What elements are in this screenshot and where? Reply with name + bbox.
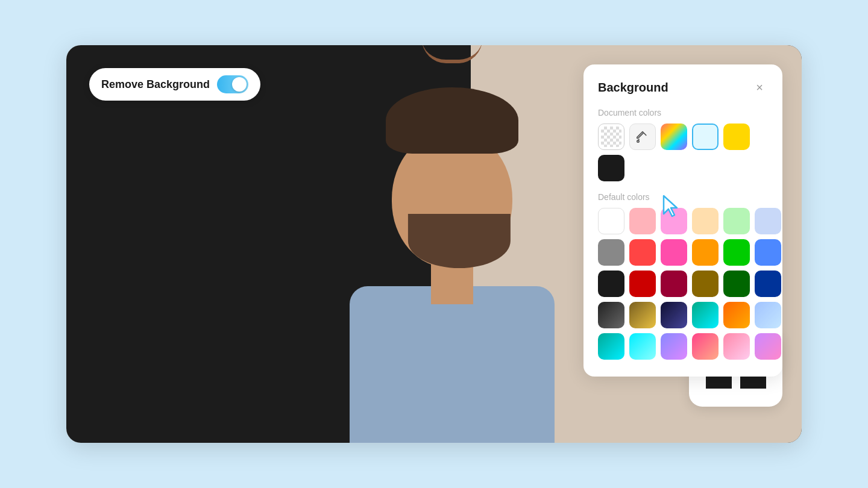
- svg-line-1: [638, 139, 640, 140]
- remove-bg-label: Remove Background: [101, 78, 210, 91]
- close-button[interactable]: ×: [751, 79, 768, 96]
- panel-title: Background: [598, 81, 668, 95]
- swatch-transparent[interactable]: [598, 124, 624, 150]
- swatch-navy[interactable]: [755, 271, 781, 297]
- person-photo: [271, 57, 633, 443]
- color-row-4: [598, 302, 768, 328]
- swatch-grad-dark[interactable]: [598, 302, 624, 328]
- swatch-orange[interactable]: [692, 239, 719, 266]
- swatch-grad-lavender[interactable]: [755, 333, 781, 360]
- swatch-red[interactable]: [629, 239, 656, 266]
- shirt: [350, 286, 555, 443]
- swatch-peach[interactable]: [692, 208, 719, 234]
- panel-header: Background ×: [598, 79, 768, 96]
- swatch-white[interactable]: [598, 208, 624, 234]
- default-colors-label: Default colors: [598, 192, 768, 202]
- swatch-dark-red[interactable]: [629, 271, 656, 297]
- doc-colors-section: Document colors: [598, 108, 768, 181]
- swatch-light-green[interactable]: [723, 208, 750, 234]
- swatch-grad-green-cyan[interactable]: [598, 333, 624, 360]
- swatch-grad-navy[interactable]: [661, 302, 687, 328]
- doc-colors-label: Document colors: [598, 108, 768, 117]
- main-card: Remove Background Background × Document …: [66, 45, 802, 443]
- swatch-black[interactable]: [598, 155, 624, 181]
- swatch-brown[interactable]: [692, 271, 719, 297]
- beard: [408, 214, 511, 268]
- swatch-grad-blue-fade[interactable]: [755, 302, 781, 328]
- swatch-maroon[interactable]: [661, 271, 687, 297]
- swatch-gradient-multi[interactable]: [661, 124, 687, 150]
- swatch-yellow[interactable]: [723, 124, 750, 150]
- color-row-1: [598, 208, 768, 234]
- swatch-grad-purple[interactable]: [661, 333, 687, 360]
- swatch-grad-gold[interactable]: [629, 302, 656, 328]
- swatch-grad-pink-orange[interactable]: [692, 333, 719, 360]
- remove-bg-toggle-container: Remove Background: [89, 68, 260, 101]
- swatch-dark[interactable]: [598, 271, 624, 297]
- smile: [422, 45, 482, 63]
- toggle-switch[interactable]: [217, 75, 248, 93]
- swatch-grad-teal[interactable]: [692, 302, 719, 328]
- default-colors-section: Default colors: [598, 192, 768, 360]
- swatch-grad-orange[interactable]: [723, 302, 750, 328]
- swatch-green[interactable]: [723, 239, 750, 266]
- swatch-gray[interactable]: [598, 239, 624, 266]
- background-panel: Background × Document colors: [583, 64, 782, 377]
- swatch-blue[interactable]: [755, 239, 781, 266]
- color-row-3: [598, 271, 768, 297]
- swatch-pink[interactable]: [661, 208, 687, 234]
- color-row-5: [598, 333, 768, 360]
- swatch-eyedropper[interactable]: [629, 124, 656, 150]
- swatch-grad-cyan-light[interactable]: [629, 333, 656, 360]
- swatch-dark-green[interactable]: [723, 271, 750, 297]
- default-colors-grid: [598, 208, 768, 360]
- doc-colors-row: [598, 124, 768, 181]
- swatch-light-blue[interactable]: [755, 208, 781, 234]
- toggle-knob: [232, 77, 247, 92]
- hair: [386, 87, 518, 154]
- color-row-2: [598, 239, 768, 266]
- swatch-cyan-selected[interactable]: [692, 124, 719, 150]
- swatch-hot-pink[interactable]: [661, 239, 687, 266]
- swatch-grad-pink-light[interactable]: [723, 333, 750, 360]
- swatch-light-pink[interactable]: [629, 208, 656, 234]
